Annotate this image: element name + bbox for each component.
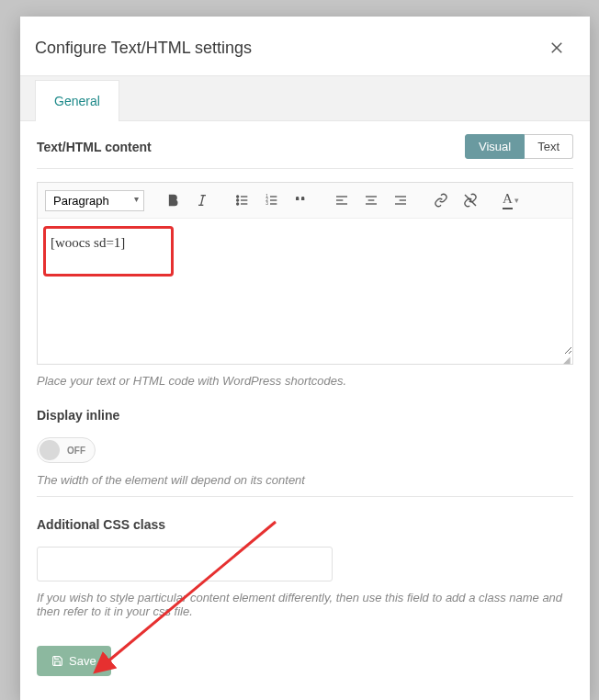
toggle-knob xyxy=(40,440,60,460)
tab-general[interactable]: General xyxy=(35,80,119,121)
css-class-input[interactable] xyxy=(37,547,333,581)
editor-mode-toggle: Visual Text xyxy=(465,134,573,159)
text-toggle[interactable]: Text xyxy=(525,134,573,159)
numbered-list-button[interactable]: 123 xyxy=(260,188,284,212)
save-icon xyxy=(51,655,63,667)
resize-handle[interactable]: ◢ xyxy=(38,355,572,364)
align-right-button[interactable] xyxy=(389,188,413,212)
align-center-button[interactable] xyxy=(359,188,383,212)
visual-toggle[interactable]: Visual xyxy=(465,134,525,159)
link-icon xyxy=(434,193,448,208)
italic-icon xyxy=(195,193,209,208)
format-select[interactable]: Paragraph xyxy=(45,190,144,211)
unlink-icon xyxy=(463,193,478,208)
link-button[interactable] xyxy=(429,188,453,212)
svg-text:3: 3 xyxy=(266,201,268,206)
blockquote-button[interactable] xyxy=(289,188,313,212)
numbered-list-icon: 123 xyxy=(265,193,279,208)
align-left-button[interactable] xyxy=(330,188,354,212)
bullet-list-icon xyxy=(235,193,250,208)
bullet-list-button[interactable] xyxy=(231,188,254,212)
text-color-icon: A xyxy=(503,191,513,209)
content-label: Text/HTML content xyxy=(37,140,152,154)
modal-header: Configure Text/HTML settings xyxy=(20,17,590,75)
save-button[interactable]: Save xyxy=(37,646,111,676)
modal-body: Text/HTML content Visual Text Paragraph … xyxy=(20,121,590,700)
css-class-help: If you wish to style particular content … xyxy=(37,591,573,618)
svg-point-6 xyxy=(237,199,239,201)
text-color-button[interactable]: A ▾ xyxy=(499,188,523,212)
rich-text-editor: Paragraph 123 A ▾ xyxy=(37,182,573,365)
display-inline-section: Display inline OFF The width of the elem… xyxy=(37,408,573,497)
align-right-icon xyxy=(393,193,408,208)
svg-point-5 xyxy=(237,196,239,198)
modal-title: Configure Text/HTML settings xyxy=(35,39,252,58)
display-inline-help: The width of the element will depend on … xyxy=(37,473,573,487)
align-center-icon xyxy=(364,193,379,208)
display-inline-toggle[interactable]: OFF xyxy=(37,437,96,463)
css-class-title: Additional CSS class xyxy=(37,517,573,532)
content-help-text: Place your text or HTML code with WordPr… xyxy=(37,374,573,388)
unlink-button[interactable] xyxy=(458,188,482,212)
editor-textarea[interactable]: [woocs sd=1] xyxy=(38,219,572,355)
svg-point-7 xyxy=(237,203,239,205)
toggle-state-label: OFF xyxy=(67,446,85,456)
close-button[interactable] xyxy=(546,37,568,59)
italic-button[interactable] xyxy=(190,188,214,212)
display-inline-title: Display inline xyxy=(37,408,573,423)
tabs-bar: General xyxy=(20,75,590,121)
blockquote-icon xyxy=(294,193,309,208)
editor-toolbar: Paragraph 123 A ▾ xyxy=(38,183,572,219)
bold-button[interactable] xyxy=(161,188,185,212)
svg-line-4 xyxy=(201,196,204,206)
align-left-icon xyxy=(334,193,349,208)
settings-modal: Configure Text/HTML settings General Tex… xyxy=(20,17,590,700)
save-button-label: Save xyxy=(69,654,96,668)
format-select-wrap: Paragraph xyxy=(45,190,144,211)
bold-icon xyxy=(165,193,180,208)
chevron-down-icon: ▾ xyxy=(514,196,519,205)
css-class-section: Additional CSS class If you wish to styl… xyxy=(37,517,573,627)
content-section-header: Text/HTML content Visual Text xyxy=(37,134,573,169)
close-icon xyxy=(548,40,565,56)
